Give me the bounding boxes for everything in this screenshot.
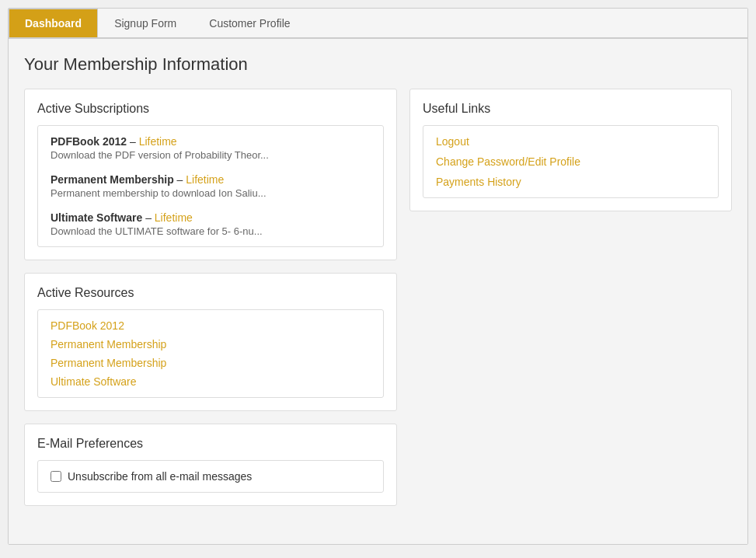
subscription-desc: Download the PDF version of Probability … [51,149,371,161]
email-preferences-section: E-Mail Preferences Unsubscribe from all … [24,424,397,506]
resource-link-pdfbook[interactable]: PDFBook 2012 [51,319,371,332]
subscription-separator: – [130,135,139,148]
subscription-item: PDFBook 2012 – Lifetime Download the PDF… [51,135,371,161]
tab-signup-form[interactable]: Signup Form [98,9,193,37]
useful-links-section: Useful Links Logout Change Password/Edit… [409,89,732,211]
active-resources-section: Active Resources PDFBook 2012 Permanent … [24,273,397,411]
subscription-desc: Download the ULTIMATE software for 5- 6-… [51,225,371,237]
useful-link-change-password[interactable]: Change Password/Edit Profile [436,155,705,168]
active-resources-title: Active Resources [37,286,384,300]
page-content: Your Membership Information Active Subsc… [9,39,747,544]
subscription-item: Permanent Membership – Lifetime Permanen… [51,173,371,199]
resources-box: PDFBook 2012 Permanent Membership Perman… [37,309,384,398]
resource-link-ultimate[interactable]: Ultimate Software [51,375,371,388]
subscription-name: PDFBook 2012 [51,135,127,148]
useful-links-box: Logout Change Password/Edit Profile Paym… [423,125,719,198]
active-subscriptions-section: Active Subscriptions PDFBook 2012 – Life… [24,89,397,260]
email-preferences-box: Unsubscribe from all e-mail messages [37,460,384,493]
subscription-name: Permanent Membership [51,173,174,186]
useful-link-payments-history[interactable]: Payments History [436,176,705,188]
unsubscribe-checkbox[interactable] [51,471,61,482]
subscription-separator: – [145,211,155,224]
resource-link-permanent-2[interactable]: Permanent Membership [51,357,371,369]
unsubscribe-row[interactable]: Unsubscribe from all e-mail messages [51,470,371,483]
tab-bar: Dashboard Signup Form Customer Profile [9,9,747,39]
page-wrapper: Dashboard Signup Form Customer Profile Y… [8,8,748,545]
subscription-name: Ultimate Software [51,211,142,224]
right-column: Useful Links Logout Change Password/Edit… [409,89,732,211]
email-preferences-title: E-Mail Preferences [37,437,384,451]
active-subscriptions-title: Active Subscriptions [37,102,384,116]
useful-link-logout[interactable]: Logout [436,135,705,148]
subscription-type: Lifetime [139,135,177,148]
subscription-desc: Permanent membership to download Ion Sal… [51,187,371,199]
subscription-type: Lifetime [155,211,193,224]
unsubscribe-label: Unsubscribe from all e-mail messages [68,470,252,483]
subscription-item: Ultimate Software – Lifetime Download th… [51,211,371,237]
resource-link-permanent-1[interactable]: Permanent Membership [51,338,371,350]
subscriptions-box: PDFBook 2012 – Lifetime Download the PDF… [37,125,384,247]
subscription-separator: – [177,173,186,186]
tab-customer-profile[interactable]: Customer Profile [193,9,306,37]
useful-links-title: Useful Links [423,102,719,116]
page-title: Your Membership Information [24,54,732,75]
main-layout: Active Subscriptions PDFBook 2012 – Life… [24,89,732,506]
tab-dashboard[interactable]: Dashboard [9,9,98,37]
subscription-type: Lifetime [186,173,224,186]
left-column: Active Subscriptions PDFBook 2012 – Life… [24,89,397,506]
